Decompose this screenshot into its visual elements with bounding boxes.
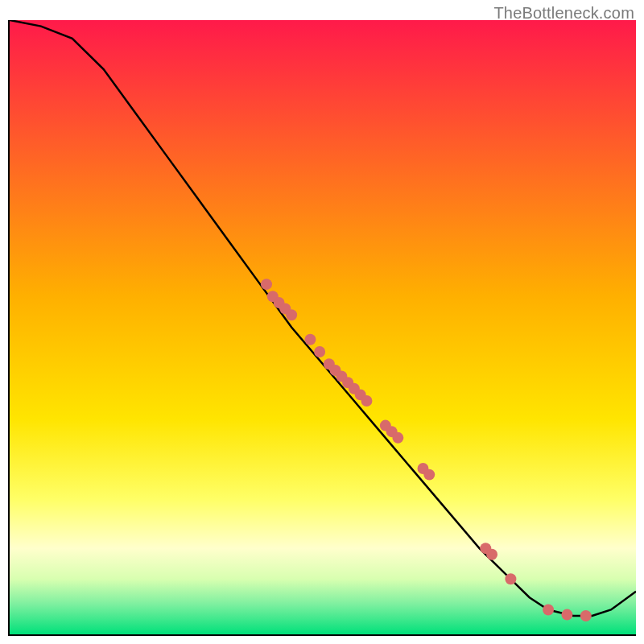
plot-area: [8, 20, 636, 636]
data-marker: [392, 432, 403, 444]
bottleneck-chart: TheBottleneck.com: [0, 0, 644, 644]
chart-overlay: [10, 20, 636, 634]
data-markers: [261, 279, 592, 621]
data-marker: [580, 610, 592, 621]
data-marker: [314, 346, 325, 357]
data-marker: [361, 395, 372, 407]
data-marker: [286, 309, 297, 320]
bottleneck-line: [10, 20, 636, 616]
data-marker: [505, 573, 516, 584]
data-marker: [561, 609, 572, 621]
data-marker: [261, 279, 272, 290]
data-marker: [543, 604, 554, 615]
data-marker: [486, 549, 497, 560]
data-marker: [423, 469, 435, 481]
data-marker: [304, 334, 316, 345]
